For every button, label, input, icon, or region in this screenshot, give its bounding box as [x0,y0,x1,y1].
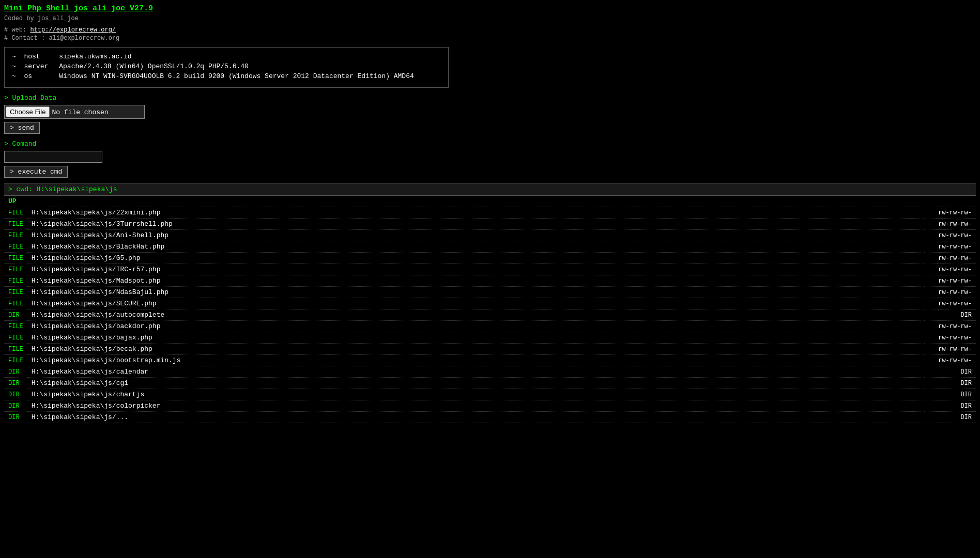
execute-button[interactable]: > execute cmd [4,166,68,178]
table-row[interactable]: DIRH:\sipekak\sipeka\js/chartjsDIR [4,389,976,400]
file-type: DIR [4,309,27,321]
file-type: DIR [4,389,27,400]
web-link[interactable]: http://explorecrew.org/ [30,26,116,34]
file-type: FILE [4,321,27,332]
file-path[interactable]: H:\sipekak\sipeka\js/chartjs [27,389,924,400]
page-title: Mini Php Shell jos_ali_joe V27.9 [4,4,976,13]
os-value: Windows NT WIN-SVRGO4UOOLB 6.2 build 920… [59,72,414,80]
table-row[interactable]: FILEH:\sipekak\sipeka\js/Ani-Shell.phprw… [4,230,976,241]
file-type: DIR [4,366,27,378]
command-input[interactable] [4,151,102,163]
file-path[interactable]: H:\sipekak\sipeka\js/autocomplete [27,309,924,321]
file-type: FILE [4,253,27,264]
file-path[interactable]: H:\sipekak\sipeka\js/colorpicker [27,400,924,412]
cwd-bar: > cwd: H:\sipekak\sipeka\js [4,183,976,196]
web-label: # web: [4,26,26,34]
host-value: sipeka.ukwms.ac.id [59,53,131,60]
file-path[interactable]: H:\sipekak\sipeka\js/3Turrshell.php [27,219,924,230]
os-row: ~ os Windows NT WIN-SVRGO4UOOLB 6.2 buil… [12,72,441,80]
file-type: FILE [4,332,27,344]
file-perm: rw-rw-rw- [924,344,976,355]
file-perm: DIR [924,309,976,321]
file-path[interactable]: H:\sipekak\sipeka\js/cgi [27,378,924,389]
file-type: FILE [4,207,27,219]
file-perm: rw-rw-rw- [924,287,976,298]
command-header: > Comand [4,140,976,148]
table-row[interactable]: DIRH:\sipekak\sipeka\js/...DIR [4,412,976,423]
file-input-wrapper [4,105,976,119]
file-path[interactable]: H:\sipekak\sipeka\js/... [27,412,924,423]
file-path[interactable]: H:\sipekak\sipeka\js/bootstrap.min.js [27,355,924,366]
file-perm: DIR [924,366,976,378]
table-row[interactable]: FILEH:\sipekak\sipeka\js/G5.phprw-rw-rw- [4,253,976,264]
server-value: Apache/2.4.38 (Win64) OpenSSL/1.0.2q PHP… [59,63,249,70]
command-section: > Comand > execute cmd [4,140,976,178]
table-row[interactable]: FILEH:\sipekak\sipeka\js/SECURE.phprw-rw… [4,298,976,309]
file-perm: rw-rw-rw- [924,219,976,230]
table-row[interactable]: DIRH:\sipekak\sipeka\js/colorpickerDIR [4,400,976,412]
file-perm: DIR [924,378,976,389]
file-type: FILE [4,241,27,253]
file-path[interactable]: H:\sipekak\sipeka\js/becak.php [27,344,924,355]
file-path[interactable]: H:\sipekak\sipeka\js/G5.php [27,253,924,264]
file-type: DIR [4,400,27,412]
file-path[interactable]: H:\sipekak\sipeka\js/NdasBajul.php [27,287,924,298]
table-row[interactable]: DIRH:\sipekak\sipeka\js/autocompleteDIR [4,309,976,321]
host-row: ~ host sipeka.ukwms.ac.id [12,53,441,60]
table-row[interactable]: FILEH:\sipekak\sipeka\js/becak.phprw-rw-… [4,344,976,355]
file-type: FILE [4,219,27,230]
file-type: FILE [4,230,27,241]
file-type: FILE [4,264,27,275]
file-perm: rw-rw-rw- [924,298,976,309]
up-label[interactable]: UP [4,196,976,207]
file-table: UP FILEH:\sipekak\sipeka\js/22xmini.phpr… [4,196,976,423]
file-perm: rw-rw-rw- [924,321,976,332]
file-path[interactable]: H:\sipekak\sipeka\js/BlackHat.php [27,241,924,253]
file-perm: rw-rw-rw- [924,332,976,344]
file-path[interactable]: H:\sipekak\sipeka\js/IRC-r57.php [27,264,924,275]
file-type: FILE [4,298,27,309]
table-row[interactable]: DIRH:\sipekak\sipeka\js/cgiDIR [4,378,976,389]
table-row[interactable]: FILEH:\sipekak\sipeka\js/Madspot.phprw-r… [4,275,976,287]
file-path[interactable]: H:\sipekak\sipeka\js/Ani-Shell.php [27,230,924,241]
file-perm: rw-rw-rw- [924,207,976,219]
file-path[interactable]: H:\sipekak\sipeka\js/22xmini.php [27,207,924,219]
contact-info: # Contact : ali@explorecrew.org [4,35,976,42]
file-perm: rw-rw-rw- [924,230,976,241]
file-perm: rw-rw-rw- [924,355,976,366]
file-type: FILE [4,275,27,287]
file-perm: DIR [924,400,976,412]
table-row[interactable]: FILEH:\sipekak\sipeka\js/backdor.phprw-r… [4,321,976,332]
file-path[interactable]: H:\sipekak\sipeka\js/SECURE.php [27,298,924,309]
file-type: FILE [4,355,27,366]
table-row[interactable]: FILEH:\sipekak\sipeka\js/3Turrshell.phpr… [4,219,976,230]
file-perm: rw-rw-rw- [924,241,976,253]
file-perm: DIR [924,412,976,423]
file-path[interactable]: H:\sipekak\sipeka\js/backdor.php [27,321,924,332]
file-type: DIR [4,412,27,423]
table-row[interactable]: FILEH:\sipekak\sipeka\js/NdasBajul.phprw… [4,287,976,298]
table-row[interactable]: DIRH:\sipekak\sipeka\js/calendarDIR [4,366,976,378]
web-info: # web: http://explorecrew.org/ [4,26,976,34]
table-row[interactable]: FILEH:\sipekak\sipeka\js/IRC-r57.phprw-r… [4,264,976,275]
file-type: DIR [4,378,27,389]
file-type: FILE [4,287,27,298]
send-button[interactable]: > send [4,122,40,134]
server-info-box: ~ host sipeka.ukwms.ac.id ~ server Apach… [4,47,449,88]
file-path[interactable]: H:\sipekak\sipeka\js/Madspot.php [27,275,924,287]
file-path[interactable]: H:\sipekak\sipeka\js/bajax.php [27,332,924,344]
file-type: FILE [4,344,27,355]
upload-section: > Upload Data > send [4,94,976,134]
table-row[interactable]: FILEH:\sipekak\sipeka\js/22xmini.phprw-r… [4,207,976,219]
table-row[interactable]: FILEH:\sipekak\sipeka\js/bootstrap.min.j… [4,355,976,366]
table-row[interactable]: FILEH:\sipekak\sipeka\js/bajax.phprw-rw-… [4,332,976,344]
file-perm: DIR [924,389,976,400]
table-row[interactable]: FILEH:\sipekak\sipeka\js/BlackHat.phprw-… [4,241,976,253]
file-path[interactable]: H:\sipekak\sipeka\js/calendar [27,366,924,378]
coded-by: Coded by jos_ali_joe [4,15,976,22]
upload-header: > Upload Data [4,94,976,102]
file-perm: rw-rw-rw- [924,275,976,287]
table-row-up[interactable]: UP [4,196,976,207]
file-input[interactable] [4,105,145,119]
file-perm: rw-rw-rw- [924,253,976,264]
